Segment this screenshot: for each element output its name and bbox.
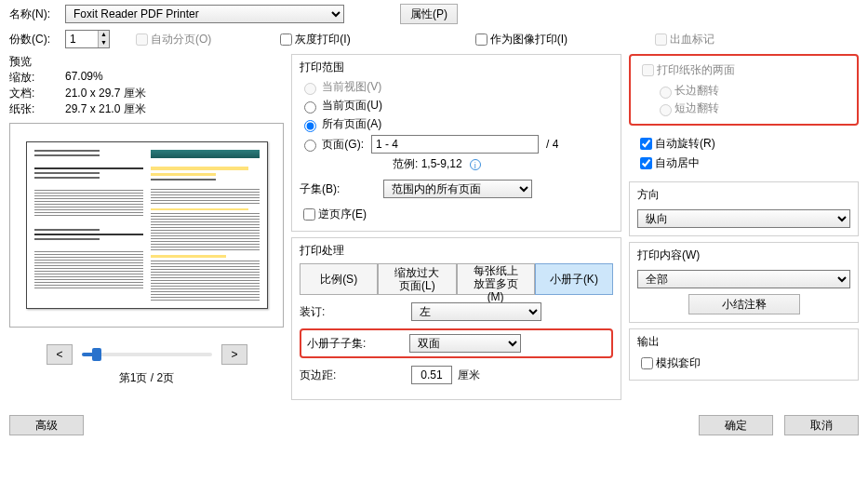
copies-down[interactable]: ▼ (98, 39, 109, 47)
tab-booklet[interactable]: 小册子(K) (535, 263, 613, 295)
preview-title: 预览 (9, 54, 284, 70)
duplex-checkbox[interactable]: 打印纸张的两面 (638, 63, 735, 76)
orientation-select[interactable]: 纵向 (637, 209, 850, 228)
prev-page-button[interactable]: < (47, 344, 73, 365)
auto-center-checkbox[interactable]: 自动居中 (636, 154, 851, 172)
range-all-pages-radio[interactable]: 所有页面(A) (300, 116, 381, 132)
printer-name-label: 名称(N): (9, 7, 65, 22)
pages-input[interactable] (371, 135, 539, 154)
margin-label: 页边距: (300, 368, 383, 383)
reverse-order-checkbox[interactable]: 逆页序(E) (300, 207, 367, 221)
flip-short-edge-radio[interactable]: 短边翻转 (655, 100, 849, 116)
subset-select[interactable]: 范围内的所有页面 (383, 180, 532, 198)
grayscale-checkbox[interactable]: 灰度打印(I) (276, 31, 350, 48)
zoom-value: 67.09% (65, 70, 103, 86)
page-slider[interactable] (82, 353, 212, 356)
print-content-label: 打印内容(W) (637, 248, 850, 263)
print-handling-title: 打印处理 (300, 243, 613, 259)
info-icon[interactable]: i (470, 159, 481, 170)
range-current-page-radio[interactable]: 当前页面(U) (300, 98, 382, 114)
tab-multi[interactable]: 每张纸上 放置多页(M) (457, 263, 535, 295)
paper-size-value: 29.7 x 21.0 厘米 (65, 101, 146, 117)
print-content-select[interactable]: 全部 (637, 270, 850, 288)
orientation-title: 方向 (637, 187, 850, 203)
print-as-image-checkbox[interactable]: 作为图像打印(I) (472, 31, 568, 48)
doc-size-value: 21.0 x 29.7 厘米 (65, 86, 146, 101)
booklet-subset-label: 小册子子集: (307, 336, 409, 352)
tab-tile[interactable]: 缩放过大 页面(L) (378, 263, 456, 295)
properties-button[interactable]: 属性(P) (400, 4, 458, 24)
margin-unit: 厘米 (458, 368, 480, 383)
tab-scale[interactable]: 比例(S) (300, 263, 378, 295)
zoom-label: 缩放: (9, 70, 65, 86)
booklet-subset-select[interactable]: 双面 (409, 334, 521, 353)
output-title: 输出 (637, 334, 850, 350)
auto-rotate-checkbox[interactable]: 自动旋转(R) (636, 135, 851, 153)
binding-select[interactable]: 左 (411, 302, 541, 321)
binding-label: 装订: (300, 304, 383, 320)
summarize-comments-button[interactable]: 小结注释 (688, 294, 800, 314)
next-page-button[interactable]: > (221, 344, 247, 365)
range-current-view-radio[interactable]: 当前视图(V) (300, 79, 381, 95)
doc-size-label: 文档: (9, 86, 65, 101)
page-indicator: 第1页 / 2页 (9, 370, 284, 386)
pages-total: / 4 (546, 138, 558, 151)
subset-label: 子集(B): (300, 181, 383, 197)
copies-stepper[interactable]: ▲▼ (65, 30, 110, 48)
cancel-button[interactable]: 取消 (784, 415, 859, 435)
flip-long-edge-radio[interactable]: 长边翻转 (655, 83, 849, 99)
pages-example: 范例: 1,5-9,12 (393, 156, 462, 172)
ok-button[interactable]: 确定 (699, 415, 773, 435)
margin-input[interactable] (411, 366, 452, 384)
printer-select[interactable]: Foxit Reader PDF Printer (65, 5, 344, 23)
print-range-title: 打印范围 (300, 60, 613, 75)
simulate-overprint-checkbox[interactable]: 模拟套印 (637, 355, 850, 372)
preview-thumbnail (9, 123, 284, 328)
bleed-marks-checkbox[interactable]: 出血标记 (651, 31, 714, 48)
collate-checkbox[interactable]: 自动分页(O) (132, 31, 211, 48)
paper-size-label: 纸张: (9, 101, 65, 117)
advanced-button[interactable]: 高级 (9, 415, 84, 435)
range-pages-radio[interactable]: 页面(G): (300, 137, 364, 153)
copies-label: 份数(C): (9, 32, 65, 47)
copies-up[interactable]: ▲ (98, 31, 109, 39)
